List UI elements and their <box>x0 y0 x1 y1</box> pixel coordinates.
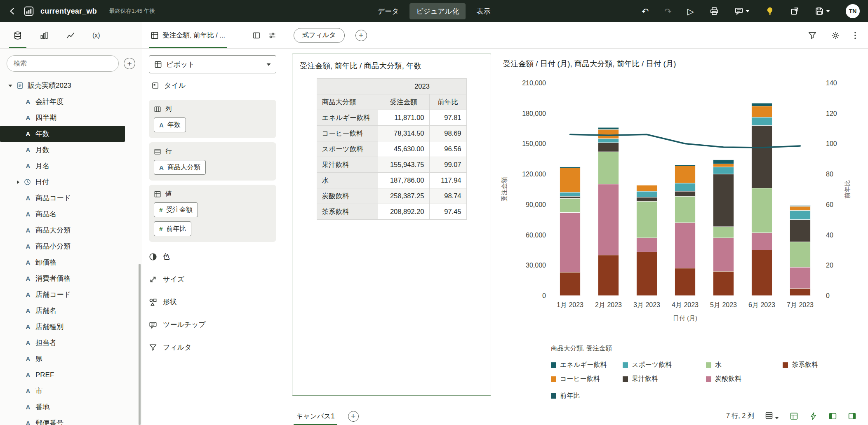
legend-item[interactable]: 果汁飲料 <box>623 375 696 383</box>
field-item[interactable]: 日付 <box>0 174 125 190</box>
bar-segment[interactable] <box>790 220 811 242</box>
field-item[interactable]: A消費者価格 <box>0 270 125 286</box>
field-item[interactable]: A年数 <box>0 126 125 142</box>
bar-segment[interactable] <box>713 227 734 238</box>
pivot-value-cell[interactable]: 11,871.00 <box>378 110 429 126</box>
pivot-value-cell[interactable]: 98.69 <box>429 126 466 141</box>
legend-item[interactable]: 茶系飲料 <box>783 361 849 369</box>
field-item[interactable]: A番地 <box>0 399 125 415</box>
pivot-value-cell[interactable]: 117.94 <box>429 173 466 188</box>
pivot-col-header[interactable]: 受注金額 <box>378 94 429 110</box>
open-in-new-button[interactable] <box>790 7 799 16</box>
pivot-row-header[interactable]: エネルギー飲料 <box>317 110 378 126</box>
bar-segment[interactable] <box>752 106 772 117</box>
field-item[interactable]: A月数 <box>0 142 125 158</box>
bar-segment[interactable] <box>598 129 619 139</box>
bar-segment[interactable] <box>675 223 696 268</box>
shape-option[interactable]: 形状 <box>149 291 276 313</box>
trend-pane-tab[interactable] <box>64 22 78 48</box>
data-table-toggle[interactable] <box>790 412 798 420</box>
comments-button[interactable] <box>734 7 743 16</box>
pivot-row-header[interactable]: 水 <box>317 173 378 188</box>
field-item[interactable]: A郵便番号 <box>0 415 125 425</box>
pivot-year-header[interactable]: 2023 <box>378 79 466 94</box>
more-menu-button[interactable] <box>854 31 856 40</box>
visuals-pane-tab[interactable] <box>37 22 51 48</box>
bar-segment[interactable] <box>637 191 657 197</box>
bar-segment[interactable] <box>790 267 811 289</box>
pivot-value-cell[interactable]: 78,314.50 <box>378 126 429 141</box>
bar-segment[interactable] <box>713 238 734 271</box>
pivot-value-cell[interactable]: 97.45 <box>429 204 466 220</box>
bar-segment[interactable] <box>790 242 811 267</box>
bar-segment[interactable] <box>675 268 696 296</box>
line-legend-item[interactable]: 前年比 <box>551 392 859 400</box>
bar-segment[interactable] <box>598 139 619 143</box>
tooltip-option[interactable]: ツールチップ <box>149 313 276 336</box>
bar-segment[interactable] <box>713 164 734 167</box>
legend-item[interactable]: 炭酸飲料 <box>706 375 773 383</box>
pivot-row-header[interactable]: 茶系飲料 <box>317 204 378 220</box>
bar-segment[interactable] <box>790 205 811 206</box>
field-chip[interactable]: A年数 <box>154 117 186 132</box>
bar-segment[interactable] <box>752 250 772 296</box>
save-button[interactable] <box>815 7 824 16</box>
bar-segment[interactable] <box>752 117 772 126</box>
legend-item[interactable]: 水 <box>706 361 773 369</box>
search-input[interactable] <box>7 55 119 72</box>
tab-view[interactable]: 表示 <box>470 3 497 19</box>
field-item[interactable]: A店舗名 <box>0 303 125 319</box>
dataset-row[interactable]: 販売実績2023 <box>0 77 125 94</box>
field-wells-view-button[interactable] <box>252 31 261 40</box>
pivot-col-header[interactable]: 商品大分類 <box>317 94 378 110</box>
comments-caret[interactable] <box>746 9 750 13</box>
right-panel-toggle[interactable] <box>848 412 856 420</box>
field-item[interactable]: APREF <box>0 367 125 383</box>
pivot-visual[interactable]: 受注金額, 前年比 / 商品大分類, 年数 2023商品大分類受注金額前年比エネ… <box>292 54 491 396</box>
legend-item[interactable]: コーヒー飲料 <box>551 375 613 383</box>
combo-chart-svg[interactable]: 030,00060,00090,000120,000150,000180,000… <box>496 73 859 341</box>
insights-button[interactable] <box>765 7 774 16</box>
bar-segment[interactable] <box>790 207 811 211</box>
bar-segment[interactable] <box>713 167 734 174</box>
run-button[interactable]: ▷ <box>687 7 694 16</box>
field-chip[interactable]: #前年比 <box>154 221 191 236</box>
expression-filter-button[interactable]: 式フィルタ <box>294 28 345 43</box>
tab-data[interactable]: データ <box>371 3 406 19</box>
bar-segment[interactable] <box>598 143 619 152</box>
pivot-value-cell[interactable]: 99.07 <box>429 157 466 173</box>
field-item[interactable]: A会計年度 <box>0 94 125 110</box>
bar-segment[interactable] <box>675 191 696 196</box>
visual-type-select[interactable]: ピボット <box>149 55 276 73</box>
bar-segment[interactable] <box>675 183 696 191</box>
bar-segment[interactable] <box>675 165 696 166</box>
pivot-value-cell[interactable]: 187,786.00 <box>378 173 429 188</box>
pivot-col-header[interactable]: 前年比 <box>429 94 466 110</box>
bar-segment[interactable] <box>560 196 581 198</box>
bar-segment[interactable] <box>752 233 772 250</box>
bar-segment[interactable] <box>637 238 657 252</box>
pivot-value-cell[interactable]: 98.74 <box>429 188 466 204</box>
field-item[interactable]: A県 <box>0 351 125 367</box>
layout-grid-caret[interactable] <box>775 416 779 420</box>
bar-segment[interactable] <box>598 127 619 129</box>
bar-segment[interactable] <box>752 188 772 233</box>
add-filter-button[interactable]: + <box>355 30 367 41</box>
tile-row[interactable]: タイル <box>149 75 276 96</box>
field-item[interactable]: A月名 <box>0 158 125 174</box>
bar-segment[interactable] <box>637 252 657 296</box>
pivot-row-header[interactable]: 炭酸飲料 <box>317 188 378 204</box>
bar-segment[interactable] <box>598 255 619 296</box>
pivot-value-cell[interactable]: 97.81 <box>429 110 466 126</box>
field-item[interactable]: A商品小分類 <box>0 238 125 254</box>
field-chip[interactable]: A商品大分類 <box>154 160 206 175</box>
pivot-value-cell[interactable]: 96.56 <box>429 141 466 157</box>
pivot-row-header[interactable]: スポーツ飲料 <box>317 141 378 157</box>
bar-segment[interactable] <box>790 211 811 220</box>
pivot-value-cell[interactable]: 155,943.75 <box>378 157 429 173</box>
bar-segment[interactable] <box>598 184 619 255</box>
undo-button[interactable]: ↶ <box>642 7 649 16</box>
pivot-row-header[interactable]: 果汁飲料 <box>317 157 378 173</box>
bar-segment[interactable] <box>560 168 581 192</box>
save-caret[interactable] <box>826 9 830 13</box>
